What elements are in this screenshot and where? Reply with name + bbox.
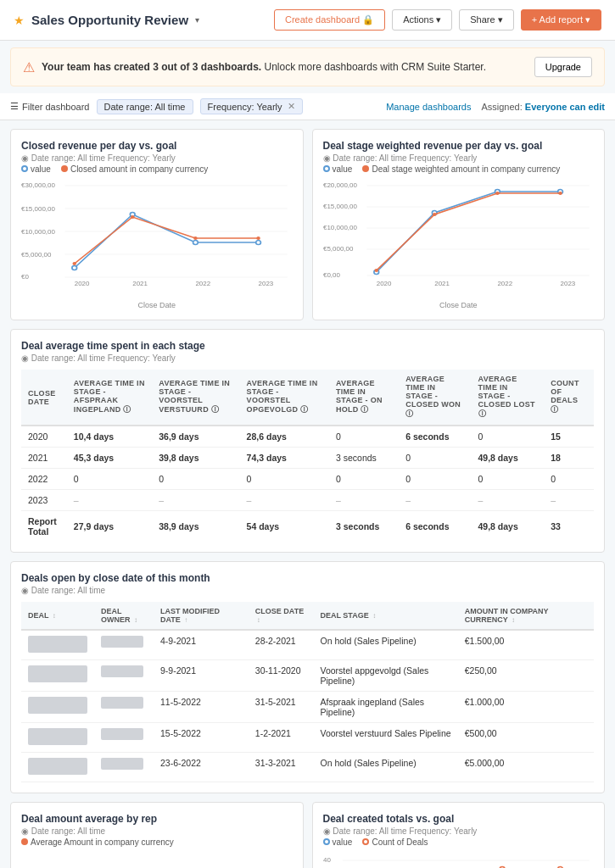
manage-dashboards-link[interactable]: Manage dashboards [386, 102, 471, 112]
svg-text:2020: 2020 [75, 280, 90, 287]
svg-point-16 [193, 241, 198, 245]
filter-bar: ☰ Filter dashboard Date range: All time … [0, 93, 615, 120]
th-voorstel-verstuurd[interactable]: AVERAGE TIME IN STAGE - VOORSTEL VERSTUU… [152, 370, 239, 426]
svg-text:2020: 2020 [376, 280, 391, 287]
th-afspraak[interactable]: AVERAGE TIME IN STAGE - AFSPRAAK INGEPLA… [67, 370, 152, 426]
cell-last-modified: 15-5-2022 [154, 723, 249, 753]
chart2-legend: value Deal stage weighted amount in comp… [323, 164, 595, 174]
filter-tag-frequency[interactable]: Frequency: Yearly ✕ [200, 98, 303, 114]
cell-last-modified: 11-5-2022 [154, 692, 249, 723]
th-last-modified[interactable]: LAST MODIFIED DATE ↑ [154, 602, 249, 630]
cell-amount: €500,00 [458, 723, 594, 753]
deal-stage-weighted-chart-card: Deal stage weighted revenue per day vs. … [312, 129, 606, 320]
cell-owner [94, 660, 154, 692]
line2-subtitle: ◉ Date range: All time Frequency: Yearly [323, 826, 595, 836]
cell-col5: 6 seconds [399, 511, 471, 542]
cell-col7: 18 [544, 448, 594, 469]
deals-open-title: Deals open by close date of this month [21, 572, 594, 584]
cell-col5: 6 seconds [399, 426, 471, 448]
avg-time-table: CLOSE DATE AVERAGE TIME IN STAGE - AFSPR… [21, 370, 594, 542]
assigned-label: Assigned: Everyone can edit [481, 102, 605, 112]
charts-row-1: Closed revenue per day vs. goal ◉ Date r… [10, 129, 605, 320]
cell-col6: 0 [472, 469, 545, 490]
bar-chart-svg: Deal owner Marcel Narhing €927,47 €0,00 … [21, 854, 293, 868]
page-title: Sales Opportunity Review [31, 13, 188, 27]
banner-text: Your team has created 3 out of 3 dashboa… [42, 61, 486, 73]
share-button[interactable]: Share ▾ [459, 9, 513, 31]
cell-date: 2022 [21, 469, 67, 490]
cell-col2: 0 [152, 469, 239, 490]
cell-amount: €5.000,00 [458, 753, 594, 782]
svg-text:2023: 2023 [560, 280, 575, 287]
th-on-hold[interactable]: AVERAGE TIME IN STAGE - ON HOLD ⓘ [329, 370, 399, 426]
avg-time-table-card: Deal average time spent in each stage ◉ … [10, 329, 605, 553]
svg-text:€5,000,00: €5,000,00 [21, 251, 51, 258]
table-row: 2020 10,4 days 36,9 days 28,6 days 0 6 s… [21, 426, 594, 448]
header: ★ Sales Opportunity Review ▾ Create dash… [0, 0, 615, 41]
th-deal-owner[interactable]: DEAL OWNER ↕ [94, 602, 154, 630]
cell-close-date: 1-2-2021 [249, 723, 314, 753]
cell-date: 2021 [21, 448, 67, 469]
bar-chart-legend: Average Amount in company currency [21, 837, 293, 847]
svg-text:2022: 2022 [195, 280, 210, 287]
avg-time-title: Deal average time spent in each stage [21, 340, 594, 352]
deals-open-table: DEAL ↕ DEAL OWNER ↕ LAST MODIFIED DATE ↑… [21, 602, 594, 782]
th-deal-stage[interactable]: DEAL STAGE ↕ [313, 602, 457, 630]
cell-col5: 0 [399, 448, 471, 469]
cell-last-modified: 23-6-2022 [154, 753, 249, 782]
cell-col5: – [399, 490, 471, 511]
th-voorstel-opgevolgd[interactable]: AVERAGE TIME IN STAGE - VOORSTEL OPGEVOL… [240, 370, 329, 426]
title-chevron-icon[interactable]: ▾ [195, 15, 199, 25]
line2-title: Deal created totals vs. goal [323, 813, 595, 825]
cell-last-modified: 9-9-2021 [154, 660, 249, 692]
cell-col7: 33 [544, 511, 594, 542]
bar-chart-subtitle: ◉ Date range: All time [21, 826, 293, 836]
cell-deal [21, 630, 94, 660]
cell-deal [21, 723, 94, 753]
svg-point-18 [72, 262, 76, 265]
cell-col7: – [544, 490, 594, 511]
cell-col4: 0 [329, 426, 399, 448]
filter-hamburger-button[interactable]: ☰ Filter dashboard [10, 101, 90, 112]
table-row: 4-9-2021 28-2-2021 On hold (Sales Pipeli… [21, 630, 594, 660]
cell-col1: 0 [67, 469, 152, 490]
cell-col1: 27,9 days [67, 511, 152, 542]
cell-col6: – [472, 490, 545, 511]
chart1-legend: value Closed amount in company currency [21, 164, 293, 174]
svg-point-21 [256, 236, 260, 240]
svg-point-14 [72, 266, 77, 270]
actions-button[interactable]: Actions ▾ [392, 9, 452, 31]
table-row: 15-5-2022 1-2-2021 Voorstel verstuurd Sa… [21, 723, 594, 753]
add-report-button[interactable]: + Add report ▾ [521, 9, 601, 31]
chart1-area: €30,000,00 €15,000,00 €10,000,00 €5,000,… [21, 179, 293, 298]
cell-stage: Voorstel appgevolgd (Sales Pipeline) [313, 660, 457, 692]
th-count-deals[interactable]: COUNT OF DEALS ⓘ [544, 370, 594, 426]
th-closed-won[interactable]: AVERAGE TIME IN STAGE - CLOSED WON ⓘ [399, 370, 471, 426]
table-row: 11-5-2022 31-5-2021 Afspraak ingepland (… [21, 692, 594, 723]
table-row: 2021 45,3 days 39,8 days 74,3 days 3 sec… [21, 448, 594, 469]
warning-icon: ⚠ [23, 59, 35, 75]
cell-col1: 10,4 days [67, 426, 152, 448]
th-close-date[interactable]: CLOSE DATE ↕ [249, 602, 314, 630]
chart2-subtitle: ◉ Date range: All time Frequency: Yearly [323, 153, 595, 163]
upgrade-button[interactable]: Upgrade [534, 57, 592, 77]
create-dashboard-button[interactable]: Create dashboard 🔒 [274, 9, 385, 31]
avg-time-subtitle: ◉ Date range: All time Frequency: Yearly [21, 353, 594, 363]
th-closed-lost[interactable]: AVERAGE TIME IN STAGE - CLOSED LOST ⓘ [472, 370, 545, 426]
th-deal[interactable]: DEAL ↕ [21, 602, 94, 630]
svg-point-40 [374, 269, 378, 272]
cell-col2: – [152, 490, 239, 511]
close-icon[interactable]: ✕ [288, 101, 295, 112]
cell-col3: 28,6 days [240, 426, 329, 448]
svg-text:2021: 2021 [132, 280, 148, 287]
cell-amount: €250,00 [458, 660, 594, 692]
svg-point-19 [131, 215, 135, 219]
th-amount[interactable]: AMOUNT IN COMPANY CURRENCY ↕ [458, 602, 594, 630]
cell-owner [94, 753, 154, 782]
cell-owner [94, 692, 154, 723]
cell-col5: 0 [399, 469, 471, 490]
table-row: 2022 0 0 0 0 0 0 0 [21, 469, 594, 490]
th-close-date[interactable]: CLOSE DATE [21, 370, 67, 426]
svg-text:€5,000,00: €5,000,00 [323, 245, 353, 252]
cell-col1: – [67, 490, 152, 511]
